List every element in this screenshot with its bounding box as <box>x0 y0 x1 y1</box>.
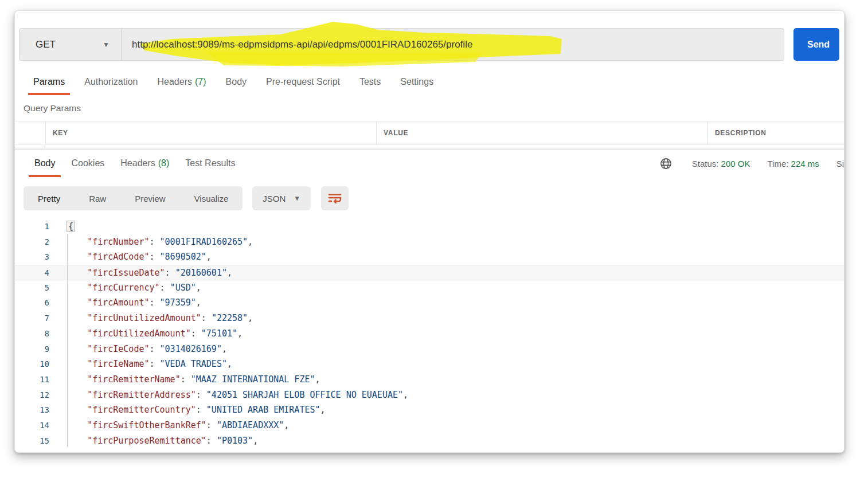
line-number: 15 <box>15 433 49 449</box>
response-body-viewer: 1{2 "fircNumber": "0001FIRAD160265",3 "f… <box>15 219 844 448</box>
code-line: 3 "fircAdCode": "8690502", <box>15 249 844 265</box>
code-line: 11 "fircRemitterName": "MAAZ INTERNATION… <box>15 372 844 387</box>
view-mode-pretty[interactable]: Pretty <box>24 186 75 210</box>
view-mode-preview[interactable]: Preview <box>120 186 179 210</box>
line-content: "fircRemitterCountry": "UNITED ARAB EMIR… <box>49 402 326 418</box>
method-select[interactable]: GET ▼ <box>19 29 122 60</box>
line-content: "fircPurposeRemittance": "P0103", <box>49 433 258 449</box>
code-line: 8 "fircUtilizedAmount": "75101", <box>15 326 844 342</box>
code-line: 2 "fircNumber": "0001FIRAD160265", <box>15 234 844 250</box>
params-table-header: KEY VALUE DESCRIPTION <box>15 121 844 145</box>
language-select[interactable]: JSON ▼ <box>252 186 311 210</box>
line-content: "fircAmount": "97359", <box>49 295 201 311</box>
chevron-down-icon: ▼ <box>103 41 110 49</box>
response-tab-cookies[interactable]: Cookies <box>63 150 112 177</box>
postman-request-panel: GET ▼ http://localhost:9089/ms-edpmsidpm… <box>14 10 844 453</box>
url-input[interactable]: http://localhost:9089/ms-edpmsidpms-api/… <box>122 29 784 60</box>
line-number: 12 <box>15 387 49 403</box>
params-value-header: VALUE <box>376 122 707 144</box>
code-line: 12 "fircRemitterAddress": "42051 SHARJAH… <box>15 387 844 403</box>
tab-label: Body <box>226 77 247 87</box>
line-number: 2 <box>15 234 49 250</box>
tab-body[interactable]: Body <box>216 72 256 95</box>
chevron-down-icon: ▼ <box>294 194 300 202</box>
line-content: { <box>49 219 75 234</box>
code-line: 15 "fircPurposeRemittance": "P0103", <box>15 433 844 449</box>
response-tabs: BodyCookiesHeaders(8)Test Results <box>26 150 243 177</box>
tab-label: Tests <box>359 77 381 87</box>
line-number: 3 <box>15 249 49 265</box>
request-tabs: ParamsAuthorizationHeaders(7)BodyPre-req… <box>15 72 844 95</box>
tab-label: Params <box>33 77 65 87</box>
view-mode-segment: PrettyRawPreviewVisualize <box>24 186 243 210</box>
line-number: 5 <box>15 280 49 296</box>
url-row: GET ▼ http://localhost:9089/ms-edpmsidpm… <box>19 28 839 61</box>
time-badge: Time: 224 ms <box>767 159 819 169</box>
line-content: "fircIssueDate": "20160601", <box>49 265 232 280</box>
response-tab-headers[interactable]: Headers(8) <box>112 150 177 177</box>
line-number: 8 <box>15 326 49 342</box>
code-line: 10 "fircIeName": "VEDA TRADES", <box>15 356 844 372</box>
line-number: 4 <box>15 265 49 280</box>
wrap-text-icon <box>327 191 342 205</box>
tab-tests[interactable]: Tests <box>350 72 390 95</box>
line-number: 11 <box>15 372 49 387</box>
tab-label: Settings <box>400 77 433 87</box>
method-label: GET <box>36 39 56 50</box>
line-number: 14 <box>15 418 49 433</box>
line-content: "fircUnutilizedAmount": "22258", <box>49 311 253 326</box>
line-content: "fircRemitterName": "MAAZ INTERNATIONAL … <box>49 372 320 387</box>
line-content: "fircIeCode": "0314026169", <box>49 342 227 357</box>
tab-label: Authorization <box>84 77 138 87</box>
tab-count: (8) <box>158 158 170 169</box>
line-number: 6 <box>15 295 49 311</box>
response-meta: Status: 200 OK Time: 224 ms Size <box>659 150 844 177</box>
request-url-box: GET ▼ http://localhost:9089/ms-edpmsidpm… <box>19 28 784 61</box>
view-mode-raw[interactable]: Raw <box>75 186 120 210</box>
tab-pre-request-script[interactable]: Pre-request Script <box>256 72 350 95</box>
tab-label: Test Results <box>185 158 235 169</box>
line-content: "fircNumber": "0001FIRAD160265", <box>49 234 253 250</box>
line-content: "fircIeName": "VEDA TRADES", <box>49 356 232 372</box>
wrap-text-button[interactable] <box>321 186 349 210</box>
tab-headers[interactable]: Headers(7) <box>148 72 216 95</box>
line-content: "fircAdCode": "8690502", <box>49 249 212 265</box>
line-number: 13 <box>15 402 49 418</box>
code-line: 7 "fircUnutilizedAmount": "22258", <box>15 311 844 326</box>
send-button[interactable]: Send <box>793 28 839 61</box>
query-params-label: Query Params <box>24 103 844 113</box>
code-line: 1{ <box>15 219 844 234</box>
indent-guide <box>67 234 68 446</box>
params-select-column <box>15 122 45 144</box>
tab-label: Headers <box>120 158 155 169</box>
code-line: 6 "fircAmount": "97359", <box>15 295 844 311</box>
line-number: 9 <box>15 342 49 357</box>
line-number: 1 <box>15 219 49 234</box>
line-number: 10 <box>15 356 49 372</box>
tab-label: Headers <box>158 77 192 87</box>
code-line: 4 "fircIssueDate": "20160601", <box>15 265 844 280</box>
params-table: KEY VALUE DESCRIPTION <box>15 121 844 149</box>
response-tab-test-results[interactable]: Test Results <box>177 150 243 177</box>
language-label: JSON <box>263 194 286 203</box>
size-badge: Size <box>836 159 844 169</box>
params-description-header: DESCRIPTION <box>707 122 844 144</box>
view-mode-visualize[interactable]: Visualize <box>180 186 243 210</box>
line-content: "fircSwiftOtherBankRef": "ABDIAEADXXX", <box>49 418 289 433</box>
tab-params[interactable]: Params <box>24 72 75 95</box>
response-toolbar: PrettyRawPreviewVisualize JSON ▼ <box>24 186 844 210</box>
network-globe-icon[interactable] <box>659 157 672 170</box>
tab-authorization[interactable]: Authorization <box>75 72 147 95</box>
tab-label: Pre-request Script <box>266 77 340 87</box>
url-text: http://localhost:9089/ms-edpmsidpms-api/… <box>132 39 472 50</box>
status-badge: Status: 200 OK <box>692 159 750 169</box>
response-tab-body[interactable]: Body <box>26 150 63 177</box>
params-empty-row[interactable] <box>15 145 844 149</box>
tab-count: (7) <box>195 77 206 87</box>
line-content: "fircRemitterAddress": "42051 SHARJAH EL… <box>49 387 408 403</box>
tab-settings[interactable]: Settings <box>390 72 443 95</box>
tab-label: Body <box>34 158 55 169</box>
line-number: 7 <box>15 311 49 326</box>
line-content: "fircCurrency": "USD", <box>49 280 201 296</box>
tab-label: Cookies <box>71 158 104 169</box>
